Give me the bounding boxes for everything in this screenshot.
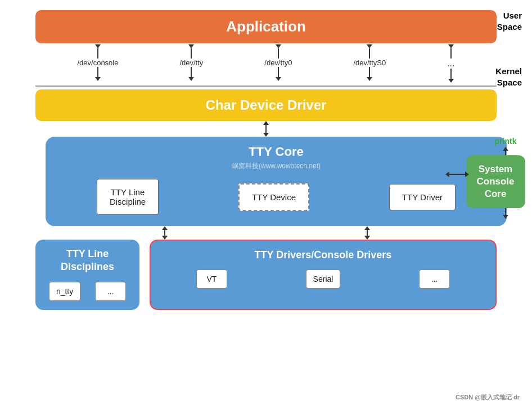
- tty-drivers-title: TTY Drivers/Console Drivers: [160, 249, 486, 262]
- dev-path-label-more: ...: [447, 58, 454, 69]
- tty-line-disciplines-area: TTY Line Disciplines n_tty ...: [35, 240, 139, 310]
- application-label: Application: [226, 18, 306, 35]
- line-disc-more-box: ...: [95, 282, 126, 301]
- dev-path-ttys0: /dev/ttyS0: [353, 44, 386, 83]
- tty-core-watermark: 蜗窝科技(www.wowotech.net): [57, 161, 495, 171]
- dev-path-more: ...: [447, 44, 454, 83]
- dev-path-label-ttys0: /dev/ttyS0: [353, 58, 386, 67]
- arrow-linedisc-bottom: [162, 226, 168, 240]
- arrow-chardev-ttycore: [263, 121, 269, 137]
- diagram-container: User Space Kernel Space Application /dev…: [0, 0, 532, 414]
- watermark: CSDN @嵌入式笔记 dr: [456, 393, 520, 402]
- serial-box: Serial: [306, 269, 341, 289]
- tty-device-box: TTY Device: [238, 183, 309, 211]
- arrow-down-console: [95, 44, 101, 48]
- arrow-drivers-bottom: [364, 226, 370, 240]
- dev-path-tty0: /dev/tty0: [264, 44, 292, 83]
- dev-path-label-tty0: /dev/tty0: [264, 58, 292, 67]
- system-console-label: System Console Core: [476, 164, 514, 199]
- printk-label: printk: [495, 137, 517, 146]
- arrow-line-console: [97, 48, 98, 58]
- char-device-driver-box: Char Device Driver: [35, 89, 497, 121]
- dev-path-tty: /dev/tty: [179, 44, 203, 83]
- drivers-more-box: ...: [419, 269, 450, 289]
- user-space-label: User Space: [495, 10, 522, 32]
- char-device-driver-label: Char Device Driver: [206, 97, 327, 112]
- bottom-section: TTY Line Disciplines n_tty ... TTY Drive…: [35, 240, 497, 310]
- vt-box: VT: [196, 269, 227, 289]
- tty-line-discipline-box: TTY LineDiscipline: [97, 179, 159, 215]
- space-divider: [35, 86, 497, 87]
- dev-path-console: /dev/console: [77, 44, 118, 83]
- arrow-ttycore-sysconsole: [445, 172, 469, 177]
- dev-path-label-tty: /dev/tty: [179, 58, 203, 67]
- space-labels: User Space Kernel Space: [495, 10, 522, 88]
- dev-path-label-console: /dev/console: [77, 58, 118, 67]
- tty-line-disciplines-title: TTY Line Disciplines: [44, 248, 130, 274]
- tty-core-title: TTY Core: [57, 145, 495, 159]
- tty-core-area: TTY Core 蜗窝科技(www.wowotech.net) TTY Line…: [46, 137, 507, 226]
- tty-drivers-area: TTY Drivers/Console Drivers VT Serial ..…: [150, 240, 497, 310]
- application-box: Application: [35, 10, 497, 43]
- tty-driver-box: TTY Driver: [389, 184, 456, 210]
- kernel-space-label: Kernel Space: [495, 66, 522, 88]
- system-console-box: System Console Core: [466, 155, 525, 208]
- n-tty-box: n_tty: [49, 282, 80, 301]
